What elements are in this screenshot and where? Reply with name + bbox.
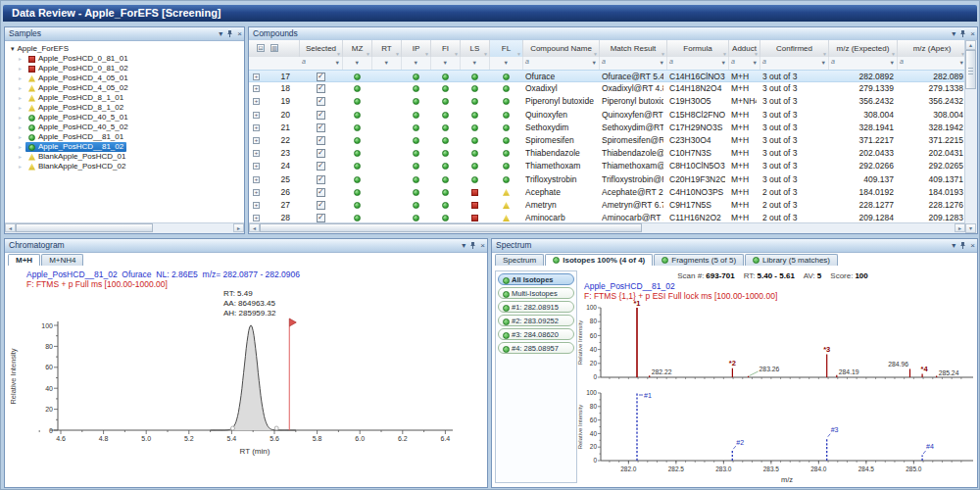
column-header-mz[interactable]: MZ▼ xyxy=(343,40,372,57)
selected-checkbox[interactable]: ✓ xyxy=(317,123,325,132)
pin-icon[interactable] xyxy=(226,29,233,38)
selected-checkbox[interactable]: ✓ xyxy=(317,111,325,120)
isotope-button[interactable]: #1: 282.08915 xyxy=(498,301,574,313)
selected-checkbox[interactable]: ✓ xyxy=(317,149,325,158)
sample-item[interactable]: ▸Apple_PosHCD_8_1_01 xyxy=(5,93,244,103)
selected-checkbox[interactable]: ✓ xyxy=(317,97,325,106)
filter-dropdown-icon[interactable]: ▼ xyxy=(472,60,477,66)
column-header-match[interactable]: Match Result Name▼ xyxy=(600,40,667,57)
filter-funnel-icon[interactable]: ▼ xyxy=(891,46,896,57)
selected-checkbox[interactable]: ✓ xyxy=(317,188,325,197)
scrollbar-thumb[interactable] xyxy=(16,223,153,232)
filter-cell-mz_expected[interactable]: a▼ xyxy=(829,57,898,70)
filter-funnel-icon[interactable]: ▼ xyxy=(336,46,341,57)
row-expander-icon[interactable]: + xyxy=(253,150,260,157)
table-row[interactable]: +19✓Piperonyl butoxidePiperonyl butoxide… xyxy=(249,95,965,108)
sample-item[interactable]: ▸Apple_PosHCD__81_02 xyxy=(5,142,244,152)
column-header-formula[interactable]: Formula▼ xyxy=(667,40,729,57)
filter-funnel-icon[interactable]: ▼ xyxy=(593,46,598,57)
close-icon[interactable]: × xyxy=(970,27,975,40)
panel-menu-icon[interactable]: ▾ xyxy=(952,239,956,252)
samples-hscrollbar[interactable]: ◂ ▸ xyxy=(5,222,244,233)
filter-cell-selected[interactable]: a▼ xyxy=(300,57,343,70)
filter-dropdown-icon[interactable]: ▼ xyxy=(355,60,360,66)
spectrum-tab-spectrum[interactable]: Spectrum xyxy=(495,254,544,266)
column-header-rt[interactable]: RT▼ xyxy=(372,40,402,57)
row-expander-icon[interactable]: + xyxy=(253,74,260,80)
filter-funnel-icon[interactable]: ▼ xyxy=(754,46,759,57)
row-expander-icon[interactable]: + xyxy=(253,189,260,196)
table-row[interactable]: +17✓OfuraceOfurace@RT 5.49C14H16ClNO3M+H… xyxy=(249,70,965,82)
filter-dropdown-icon[interactable]: ▼ xyxy=(443,60,448,66)
filter-dropdown-icon[interactable]: ▼ xyxy=(721,60,726,66)
close-icon[interactable]: × xyxy=(480,239,485,252)
scroll-left-icon[interactable]: ◂ xyxy=(5,223,16,232)
selected-checkbox[interactable]: ✓ xyxy=(317,162,325,171)
chromatogram-tab-m-nh4[interactable]: M+NH4 xyxy=(41,254,83,266)
filter-cell-fi[interactable]: ▼ xyxy=(431,57,461,70)
row-expander-icon[interactable]: + xyxy=(253,163,260,170)
filter-dropdown-icon[interactable]: ▼ xyxy=(414,60,418,66)
close-icon[interactable]: × xyxy=(237,27,242,40)
filter-dropdown-icon[interactable]: ▼ xyxy=(592,60,597,66)
filter-dropdown-icon[interactable]: ▼ xyxy=(660,60,664,66)
sample-item[interactable]: ▸Apple_PosHCD_4_05_01 xyxy=(5,74,244,83)
table-row[interactable]: +23✓ThiabendazoleThiabendazole@RT 3.54C1… xyxy=(249,147,965,160)
select-all-checkbox-icon[interactable]: ▥ xyxy=(270,44,278,52)
sample-item[interactable]: ▸BlankApple_PosHCD_01 xyxy=(5,152,244,162)
table-row[interactable]: +25✓TrifloxystrobinTrifloxystrobin@RT 9.… xyxy=(249,173,965,186)
row-expander-icon[interactable]: + xyxy=(253,176,260,183)
filter-dropdown-icon[interactable]: ▼ xyxy=(821,60,826,66)
table-row[interactable]: +27✓AmetrynAmetryn@RT 6.77C9H17N5SM+H2 o… xyxy=(249,199,965,212)
panel-menu-icon[interactable]: ▾ xyxy=(219,27,222,40)
panel-menu-icon[interactable]: ▾ xyxy=(952,27,956,40)
pin-icon[interactable] xyxy=(959,241,966,250)
filter-funnel-icon[interactable]: ▼ xyxy=(822,46,827,57)
chromatogram-tab-m-h[interactable]: M+H xyxy=(8,254,40,266)
filter-cell-ip[interactable]: ▼ xyxy=(402,57,431,70)
sample-item[interactable]: ▸Apple_PosHCD__81_01 xyxy=(5,132,244,142)
isotope-button[interactable]: #2: 283.09252 xyxy=(498,315,574,326)
tree-expander-icon[interactable]: ▾ xyxy=(11,45,15,52)
filter-funnel-icon[interactable]: ▼ xyxy=(722,46,727,57)
filter-cell-fl[interactable]: ▼ xyxy=(490,57,523,70)
isotope-button[interactable]: #4: 285.08957 xyxy=(498,342,574,354)
scrollbar-thumb[interactable] xyxy=(965,50,976,89)
filter-dropdown-icon[interactable]: ▼ xyxy=(384,60,389,66)
sample-item[interactable]: ▸Apple_PosHCD_40_5_01 xyxy=(5,113,244,122)
isotope-button[interactable]: All Isotopes xyxy=(498,273,574,285)
filter-funnel-icon[interactable]: ▼ xyxy=(516,46,521,57)
pin-icon[interactable] xyxy=(959,29,966,38)
row-expander-icon[interactable]: + xyxy=(253,112,260,119)
table-row[interactable]: +22✓SpiromesifenSpiromesifen@RT 10.27C23… xyxy=(249,134,965,147)
spectrum-tab-isotopes-100-4-of-4-[interactable]: Isotopes 100% (4 of 4) xyxy=(545,254,653,266)
column-header-mz_expected[interactable]: m/z (Expected)▼ xyxy=(829,40,898,57)
filter-dropdown-icon[interactable]: ▼ xyxy=(504,60,509,66)
filter-funnel-icon[interactable]: ▼ xyxy=(454,46,459,57)
filter-cell-ls[interactable]: ▼ xyxy=(461,57,490,70)
column-header-confirmed[interactable]: Confirmed▼ xyxy=(760,40,829,57)
row-expander-icon[interactable]: + xyxy=(253,202,260,209)
isotope-button[interactable]: #3: 284.08620 xyxy=(498,328,574,340)
column-header-fl[interactable]: FL▼ xyxy=(490,40,523,57)
sample-item[interactable]: ▸BlankApple_PosHCD_02 xyxy=(5,162,244,172)
isotope-button[interactable]: Multi-Isotopes xyxy=(498,287,574,299)
table-row[interactable]: +18✓OxadixylOxadixyl@RT 4.89C14H18N2O4M+… xyxy=(249,82,965,95)
sample-item[interactable]: ▸Apple_PosHCD_0_81_01 xyxy=(5,54,244,64)
sample-item[interactable]: ▸Apple_PosHCD_0_81_02 xyxy=(5,64,244,74)
filter-dropdown-icon[interactable]: ▼ xyxy=(335,60,340,66)
spectrum-plot[interactable]: 020406080100Relative Intensity0204060801… xyxy=(577,268,977,487)
table-row[interactable]: +20✓QuinoxyfenQuinoxyfen@RT 10.37C15H8Cl… xyxy=(249,109,965,122)
scroll-up-icon[interactable]: ▴ xyxy=(965,40,976,50)
filter-cell-mz[interactable]: ▼ xyxy=(343,57,372,70)
panel-menu-icon[interactable]: ▾ xyxy=(462,239,466,252)
column-header-name[interactable]: Compound Name▼ xyxy=(523,40,600,57)
pin-icon[interactable] xyxy=(469,241,476,250)
filter-cell-name[interactable]: a▼ xyxy=(523,57,600,70)
filter-cell-match[interactable]: a▼ xyxy=(600,57,667,70)
selected-checkbox[interactable]: ✓ xyxy=(317,201,325,210)
samples-root-node[interactable]: ▾Apple_ForEFS xyxy=(5,44,244,54)
column-header-mz_apex[interactable]: m/z (Apex)▼ xyxy=(898,40,965,57)
filter-funnel-icon[interactable]: ▼ xyxy=(424,46,429,57)
compounds-vscrollbar[interactable]: ▴ ▾ xyxy=(964,40,977,233)
